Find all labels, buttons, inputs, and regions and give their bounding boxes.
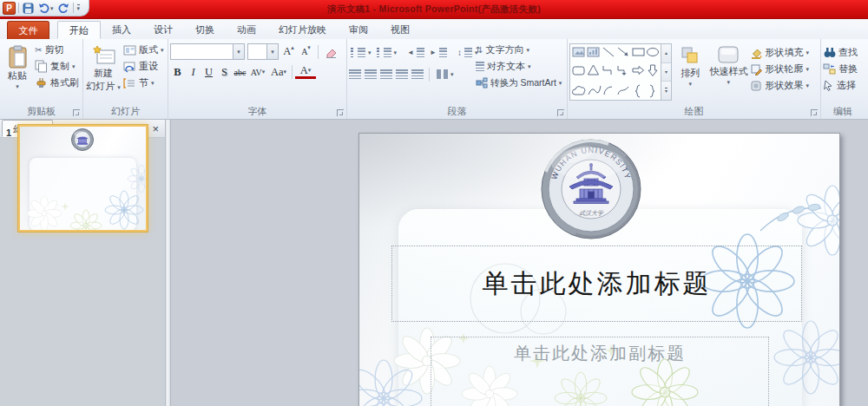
align-right-button[interactable] bbox=[380, 69, 392, 79]
distribute-button[interactable] bbox=[411, 69, 424, 79]
tab-home[interactable]: 开始 bbox=[57, 21, 101, 39]
replace-button[interactable]: 替换 bbox=[823, 61, 863, 77]
character-spacing-button[interactable]: AV▾ bbox=[248, 64, 267, 80]
close-pane-icon[interactable]: × bbox=[152, 123, 159, 134]
font-color-button[interactable]: A▾ bbox=[295, 65, 316, 79]
arrange-button[interactable]: 排列 ▾ bbox=[674, 42, 707, 106]
arrange-icon bbox=[680, 45, 700, 66]
tab-transitions[interactable]: 切换 bbox=[184, 21, 226, 39]
new-slide-button[interactable]: 新建 幻灯片 ▾ bbox=[85, 42, 122, 106]
text-shadow-button[interactable]: S bbox=[217, 64, 232, 80]
quick-styles-button[interactable]: 快速样式 ▾ bbox=[708, 42, 748, 106]
redo-button[interactable] bbox=[57, 1, 70, 15]
font-size-combo[interactable]: ▾ bbox=[247, 43, 279, 60]
title-placeholder[interactable]: 单击此处添加标题 bbox=[391, 246, 802, 322]
align-left-button[interactable] bbox=[349, 69, 361, 79]
cut-button[interactable]: ✂ 剪切 bbox=[33, 42, 81, 58]
format-painter-icon bbox=[35, 76, 48, 89]
tab-file[interactable]: 文件 bbox=[7, 21, 49, 39]
powerpoint-logo-icon[interactable]: P bbox=[3, 2, 16, 15]
text-direction-button[interactable]: ⇅ 文字方向 ▾ bbox=[476, 42, 565, 58]
bold-button[interactable]: B bbox=[170, 64, 185, 80]
gallery-more-button[interactable]: ▾ bbox=[661, 82, 671, 100]
convert-to-smartart-button[interactable]: 转换为 SmartArt ▾ bbox=[476, 75, 565, 91]
customize-quick-access-button[interactable]: ▾ bbox=[76, 1, 82, 15]
ribbon-tab-row: 文件 开始 插入 设计 切换 动画 幻灯片放映 审阅 视图 bbox=[0, 19, 868, 39]
change-case-button[interactable]: Aa▾ bbox=[268, 64, 289, 80]
shape-fill-icon bbox=[750, 47, 762, 59]
reset-button[interactable]: 重设 bbox=[122, 58, 166, 75]
tab-review[interactable]: 审阅 bbox=[338, 21, 379, 39]
editing-area: WUHAN UNIVERSITY 武汉大学 bbox=[171, 120, 868, 406]
shrink-font-button[interactable]: A▾ bbox=[299, 44, 313, 60]
find-button[interactable]: 查找 bbox=[823, 44, 863, 61]
divider bbox=[292, 65, 293, 79]
chevron-down-icon[interactable]: ▾ bbox=[233, 44, 244, 59]
save-button[interactable] bbox=[22, 1, 35, 15]
align-text-button[interactable]: 对齐文本 ▾ bbox=[476, 58, 565, 75]
shape-effects-icon bbox=[750, 80, 762, 92]
shape-outline-button[interactable]: 形状轮廓 ▾ bbox=[750, 61, 819, 77]
align-center-button[interactable] bbox=[365, 69, 377, 79]
tab-view[interactable]: 视图 bbox=[379, 21, 421, 39]
titlebar[interactable]: 演示文稿1 - Microsoft PowerPoint(产品激活失败) bbox=[0, 0, 868, 19]
dialog-launcher-icon[interactable] bbox=[811, 109, 818, 116]
section-icon bbox=[123, 77, 136, 89]
clear-formatting-button[interactable] bbox=[323, 44, 338, 60]
paste-button[interactable]: 粘贴 ▾ bbox=[2, 42, 33, 106]
strikethrough-button[interactable]: abc bbox=[233, 64, 247, 80]
group-editing: 查找 替换 选择 编辑 bbox=[821, 39, 865, 119]
section-button[interactable]: 节 ▾ bbox=[122, 75, 166, 91]
divider bbox=[18, 3, 19, 13]
shapes-gallery[interactable] bbox=[569, 43, 661, 101]
layout-button[interactable]: 版式 ▾ bbox=[122, 42, 166, 58]
italic-button[interactable]: I bbox=[186, 64, 201, 80]
group-slides: 新建 幻灯片 ▾ 版式 ▾ 重设 节 bbox=[83, 39, 168, 119]
quick-styles-icon bbox=[717, 45, 740, 64]
slide-thumbnail[interactable] bbox=[18, 125, 148, 232]
dialog-launcher-icon[interactable] bbox=[337, 109, 344, 116]
group-clipboard: 粘贴 ▾ ✂ 剪切 复制 ▾ 格式刷 bbox=[0, 39, 83, 119]
format-painter-button[interactable]: 格式刷 bbox=[33, 75, 81, 91]
chevron-down-icon: ▾ bbox=[117, 84, 121, 90]
shape-effects-button[interactable]: 形状效果 ▾ bbox=[750, 77, 819, 94]
numbering-button[interactable]: ▾ bbox=[375, 44, 399, 61]
decrease-indent-button[interactable]: ◄ bbox=[405, 44, 426, 61]
slide-canvas[interactable]: WUHAN UNIVERSITY 武汉大学 bbox=[358, 133, 840, 406]
undo-button[interactable]: ▾ bbox=[37, 1, 55, 15]
group-paragraph: ▾ ▾ ◄ ► ↕▾ ▾ bbox=[347, 39, 568, 119]
divider bbox=[73, 3, 74, 13]
tab-design[interactable]: 设计 bbox=[142, 21, 184, 39]
grow-font-button[interactable]: A▴ bbox=[281, 44, 296, 60]
underline-button[interactable]: U bbox=[201, 64, 216, 80]
bullets-button[interactable]: ▾ bbox=[349, 44, 373, 61]
chevron-down-icon: ▾ bbox=[72, 63, 76, 69]
text-direction-icon: ⇅ bbox=[476, 46, 483, 55]
tab-animations[interactable]: 动画 bbox=[226, 21, 267, 39]
chevron-down-icon: ▾ bbox=[77, 4, 81, 11]
increase-indent-button[interactable]: ► bbox=[428, 44, 449, 61]
font-name-combo[interactable]: ▾ bbox=[170, 43, 245, 60]
quick-access-toolbar: P ▾ ▾ bbox=[0, 0, 89, 16]
dialog-launcher-icon[interactable] bbox=[73, 109, 80, 116]
line-spacing-icon: ↕ bbox=[457, 49, 462, 57]
save-icon bbox=[23, 3, 34, 14]
dialog-launcher-icon[interactable] bbox=[557, 109, 564, 116]
select-button[interactable]: 选择 bbox=[823, 77, 863, 94]
cut-icon: ✂ bbox=[35, 46, 42, 55]
tab-slideshow[interactable]: 幻灯片放映 bbox=[267, 21, 338, 39]
copy-button[interactable]: 复制 ▾ bbox=[33, 58, 81, 75]
gallery-scroll-up-button[interactable]: ▴ bbox=[661, 44, 671, 63]
layout-icon bbox=[123, 44, 136, 56]
select-icon bbox=[823, 80, 834, 91]
gallery-scroll-down-button[interactable]: ▾ bbox=[661, 63, 671, 82]
subtitle-placeholder[interactable]: 单击此处添加副标题 bbox=[431, 337, 769, 406]
justify-button[interactable] bbox=[396, 69, 408, 79]
tab-insert[interactable]: 插入 bbox=[101, 21, 142, 39]
undo-icon bbox=[38, 3, 49, 13]
copy-icon bbox=[35, 60, 48, 73]
chevron-down-icon[interactable]: ▾ bbox=[266, 44, 278, 59]
group-label: 编辑 bbox=[821, 105, 865, 118]
columns-button[interactable]: ▾ bbox=[435, 66, 456, 82]
shape-fill-button[interactable]: 形状填充 ▾ bbox=[750, 44, 819, 61]
